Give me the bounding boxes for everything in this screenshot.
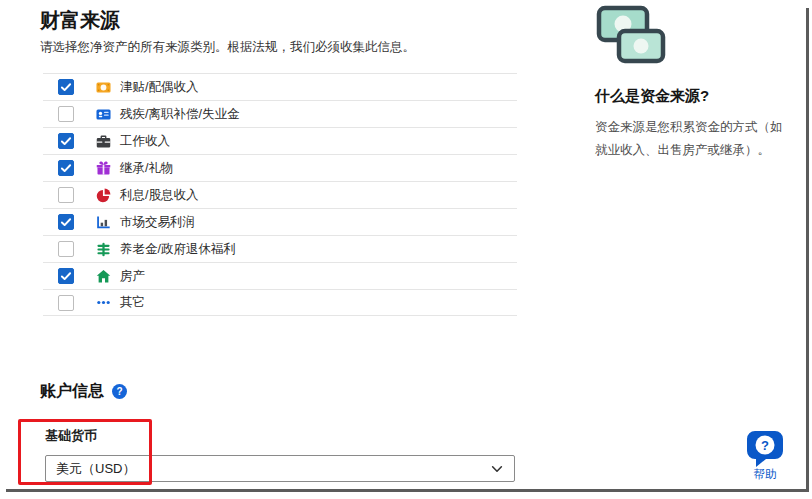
account-info-header: 账户信息 ?: [40, 381, 127, 402]
account-info-help-icon[interactable]: ?: [112, 384, 127, 399]
id-card-icon: [96, 107, 111, 122]
sow-item-label: 养老金/政府退休福利: [120, 241, 236, 258]
sow-item-label: 工作收入: [120, 133, 170, 150]
sow-item-label: 其它: [120, 294, 145, 311]
info-panel: 什么是资金来源? 资金来源是您积累资金的方式（如就业收入、出售房产或继承）。: [595, 5, 791, 162]
checkbox-checked[interactable]: [58, 79, 74, 95]
page-title: 财富来源: [40, 7, 120, 34]
bar-chart-icon: [96, 215, 111, 230]
screenshot-frame-right: [806, 8, 809, 491]
checkbox-unchecked[interactable]: [58, 187, 74, 203]
help-bubble-icon: ?: [746, 430, 784, 467]
screenshot-frame-bottom: [6, 489, 809, 492]
ellipsis-icon: [96, 295, 111, 310]
chevron-down-icon: [490, 462, 504, 476]
pie-chart-icon: [96, 188, 111, 203]
checkbox-unchecked[interactable]: [58, 295, 74, 311]
gift-icon: [96, 161, 111, 176]
help-button-label: 帮助: [742, 467, 788, 482]
sow-list-item[interactable]: 残疾/离职补偿/失业金: [43, 100, 517, 127]
sow-item-label: 继承/礼物: [120, 160, 173, 177]
banknotes-illustration-icon: [595, 5, 669, 67]
info-heading: 什么是资金来源?: [595, 87, 791, 106]
sow-item-label: 房产: [120, 268, 145, 285]
checkbox-checked[interactable]: [58, 160, 74, 176]
sow-item-label: 市场交易利润: [120, 214, 195, 231]
base-currency-select[interactable]: 美元（USD）: [45, 455, 515, 482]
sow-list-item[interactable]: 房产: [43, 262, 517, 289]
info-body: 资金来源是您积累资金的方式（如就业收入、出售房产或继承）。: [595, 116, 791, 162]
base-currency-label: 基础货币: [45, 427, 97, 445]
sow-list-item[interactable]: 养老金/政府退休福利: [43, 235, 517, 262]
help-button[interactable]: ? 帮助: [742, 430, 788, 482]
sow-list-item[interactable]: 市场交易利润: [43, 208, 517, 235]
sow-item-label: 利息/股息收入: [120, 187, 198, 204]
sow-list-item[interactable]: 工作收入: [43, 127, 517, 154]
checkbox-checked[interactable]: [58, 268, 74, 284]
checkbox-unchecked[interactable]: [58, 106, 74, 122]
source-of-wealth-list: 津贴/配偶收入残疾/离职补偿/失业金工作收入继承/礼物利息/股息收入市场交易利润…: [43, 73, 517, 316]
checkbox-checked[interactable]: [58, 133, 74, 149]
banknote-icon: [96, 80, 111, 95]
svg-text:?: ?: [761, 438, 769, 453]
sow-list-item[interactable]: 津贴/配偶收入: [43, 73, 517, 100]
sow-list-item[interactable]: 其它: [43, 289, 517, 316]
sow-item-label: 残疾/离职补偿/失业金: [120, 106, 239, 123]
checkbox-checked[interactable]: [58, 214, 74, 230]
cash-stack-icon: [96, 242, 111, 257]
page-subtitle: 请选择您净资产的所有来源类别。根据法规，我们必须收集此信息。: [40, 39, 415, 56]
sow-list-item[interactable]: 继承/礼物: [43, 154, 517, 181]
sow-list-item[interactable]: 利息/股息收入: [43, 181, 517, 208]
account-info-title: 账户信息: [40, 381, 104, 402]
sow-item-label: 津贴/配偶收入: [120, 79, 198, 96]
base-currency-value: 美元（USD）: [56, 460, 135, 478]
checkbox-unchecked[interactable]: [58, 241, 74, 257]
house-icon: [96, 269, 111, 284]
briefcase-icon: [96, 134, 111, 149]
